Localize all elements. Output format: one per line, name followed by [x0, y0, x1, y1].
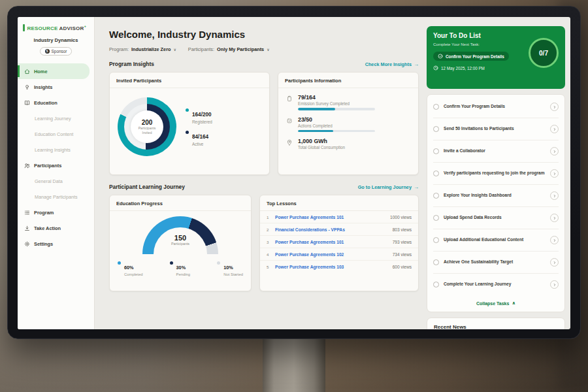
lesson-link[interactable]: Power Purchase Agreements 102	[275, 252, 388, 257]
sidebar-item-program[interactable]: Program	[18, 204, 94, 220]
legend-value: 30%	[176, 265, 186, 270]
education-gauge-chart: 150 Participants	[142, 216, 218, 254]
legend-item-completed: 60% Completed	[118, 260, 143, 276]
sidebar-item-manage-participants[interactable]: Manage Participants	[18, 189, 94, 204]
sponsor-badge: S Sponsor	[40, 47, 73, 56]
sidebar-item-label: Learning Insights	[35, 147, 71, 153]
sidebar-nav: Home Insights Education Learning Journey…	[18, 63, 94, 252]
sidebar-item-insights[interactable]: Insights	[18, 79, 94, 95]
section-title: Program Insights	[109, 61, 154, 67]
task-row[interactable]: Explore Your Insights Dashboard	[433, 185, 559, 207]
participants-filter-dropdown[interactable]: Participants: Only My Participants ∨	[188, 46, 270, 52]
sidebar-item-learning-insights[interactable]: Learning Insights	[18, 142, 94, 157]
sidebar-item-home[interactable]: Home	[18, 63, 90, 79]
sidebar-item-settings[interactable]: Settings	[18, 236, 94, 252]
task-row[interactable]: Verify participants requesting to join t…	[433, 163, 559, 185]
task-open-button[interactable]	[550, 147, 559, 155]
link-label: Check More Insights	[365, 61, 412, 67]
sidebar-item-take-action[interactable]: Take Action	[18, 220, 94, 236]
sidebar-item-label: Participants	[34, 163, 61, 169]
lesson-views: 803 views	[393, 227, 412, 232]
task-open-button[interactable]	[550, 280, 559, 289]
lesson-link[interactable]: Power Purchase Agreements 101	[275, 215, 385, 220]
main-content: Welcome, Industry Dynamics Program: Indu…	[95, 17, 427, 329]
task-open-button[interactable]	[550, 125, 559, 133]
task-row[interactable]: Confirm Your Program Details	[433, 96, 559, 118]
task-row[interactable]: Achieve One Sustainability Target	[433, 252, 559, 274]
sidebar-item-participants[interactable]: Participants	[18, 157, 94, 173]
task-checkbox[interactable]	[433, 282, 439, 287]
task-checkbox[interactable]	[433, 259, 439, 265]
go-to-learning-journey-link[interactable]: Go to Learning Journey →	[358, 184, 419, 190]
lesson-row: 1 Power Purchase Agreements 101 1000 vie…	[260, 211, 418, 223]
task-open-button[interactable]	[550, 103, 559, 111]
lesson-link[interactable]: Power Purchase Agreements 101	[275, 240, 388, 244]
donut-center: 200 Participants Invited	[131, 110, 163, 143]
next-task-pill[interactable]: Confirm Your Program Details	[433, 52, 509, 61]
card-title: Participants Information	[278, 73, 418, 88]
task-checkbox[interactable]	[433, 126, 439, 132]
task-label: Upload Additional Educational Content	[444, 237, 546, 243]
gauge-center: 150 Participants	[142, 234, 218, 246]
legend-label: Pending	[176, 272, 191, 276]
next-task-label: Confirm Your Program Details	[446, 54, 504, 59]
sidebar: RESOURCE ADVISOR+ Industry Dynamics S Sp…	[18, 17, 95, 329]
chevron-right-icon	[553, 172, 557, 176]
collapse-tasks-button[interactable]: Collapse Tasks ∧	[433, 295, 559, 310]
gear-icon	[24, 241, 30, 247]
progress-fill	[298, 130, 333, 133]
app-logo[interactable]: RESOURCE ADVISOR+	[18, 17, 94, 31]
info-value: 79/164	[298, 94, 375, 101]
info-label: Actions Completed	[298, 123, 375, 128]
task-checkbox[interactable]	[433, 148, 439, 154]
lesson-views: 793 views	[393, 240, 412, 244]
task-open-button[interactable]	[550, 169, 559, 178]
task-checkbox[interactable]	[433, 104, 439, 110]
photo-background: RESOURCE ADVISOR+ Industry Dynamics S Sp…	[0, 0, 588, 392]
task-row[interactable]: Complete Your Learning Journey	[433, 274, 559, 295]
lesson-views: 1000 views	[390, 215, 412, 220]
page-title: Welcome, Industry Dynamics	[109, 29, 419, 40]
task-open-button[interactable]	[550, 214, 559, 222]
legend-value: 84/164	[192, 134, 208, 140]
lesson-link[interactable]: Financial Considerations - VPPAs	[275, 227, 388, 232]
task-checkbox[interactable]	[433, 237, 439, 243]
task-row[interactable]: Invite a Collaborator	[433, 140, 559, 163]
program-insights-header: Program Insights Check More Insights →	[109, 61, 419, 67]
top-lessons-card: Top Lessons 1 Power Purchase Agreements …	[259, 195, 419, 291]
task-open-button[interactable]	[550, 258, 559, 267]
task-checkbox[interactable]	[433, 193, 439, 199]
sidebar-item-education[interactable]: Education	[18, 95, 94, 110]
check-more-insights-link[interactable]: Check More Insights →	[365, 61, 419, 67]
lesson-row: 4 Power Purchase Agreements 102 734 view…	[260, 248, 418, 261]
card-title: Invited Participants	[110, 73, 269, 88]
task-open-button[interactable]	[550, 191, 559, 200]
lesson-link[interactable]: Power Purchase Agreements 103	[275, 265, 388, 269]
program-filter-dropdown[interactable]: Program: Industrialize Zero ∨	[109, 46, 176, 52]
task-label: Upload Spend Data Records	[444, 215, 546, 221]
chevron-right-icon	[553, 216, 557, 220]
task-checkbox[interactable]	[433, 171, 439, 176]
legend-dot	[170, 261, 173, 265]
legend-item-registered: 164/200 Registered	[186, 107, 212, 124]
sidebar-item-general-data[interactable]: General Data	[18, 173, 94, 189]
gauge-legend: 60% Completed 30% Pending 10%	[110, 254, 251, 276]
lesson-row: 5 Power Purchase Agreements 103 600 view…	[260, 261, 418, 272]
home-icon	[24, 69, 30, 74]
task-open-button[interactable]	[550, 236, 559, 244]
task-label: Explore Your Insights Dashboard	[444, 193, 546, 199]
sidebar-item-education-content[interactable]: Education Content	[18, 126, 94, 142]
task-label: Complete Your Learning Journey	[444, 282, 546, 287]
task-checkbox[interactable]	[433, 215, 439, 221]
card-title: Top Lessons	[260, 195, 418, 211]
task-row[interactable]: Upload Spend Data Records	[433, 207, 559, 229]
task-label: Achieve One Sustainability Target	[444, 259, 546, 265]
lesson-rank: 3	[267, 240, 270, 244]
monitor-stand	[263, 338, 325, 392]
todo-due-text: 12 May 2025, 12:00 PM	[441, 66, 485, 71]
task-row[interactable]: Send 50 Invitations to Participants	[433, 118, 559, 140]
collapse-label: Collapse Tasks	[476, 301, 509, 306]
sidebar-item-learning-journey[interactable]: Learning Journey	[18, 110, 94, 126]
task-row[interactable]: Upload Additional Educational Content	[433, 229, 559, 252]
org-block: Industry Dynamics S Sponsor	[18, 37, 94, 56]
